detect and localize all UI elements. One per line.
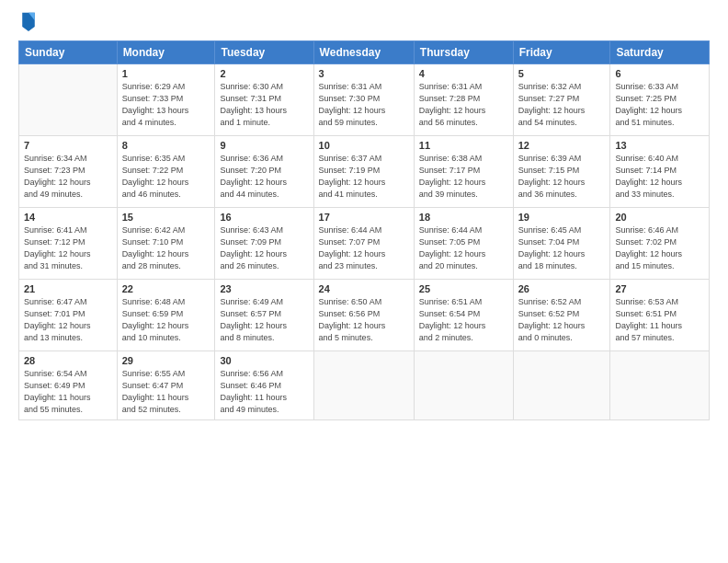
day-cell [19, 64, 118, 136]
day-info: Sunrise: 6:31 AM Sunset: 7:28 PM Dayligh… [419, 81, 508, 129]
day-info: Sunrise: 6:33 AM Sunset: 7:25 PM Dayligh… [615, 81, 704, 129]
day-info: Sunrise: 6:37 AM Sunset: 7:19 PM Dayligh… [319, 153, 409, 201]
calendar-page: SundayMondayTuesdayWednesdayThursdayFrid… [0, 0, 728, 563]
day-number: 14 [24, 212, 112, 223]
day-number: 25 [419, 283, 508, 294]
day-number: 12 [518, 140, 606, 151]
day-cell: 4Sunrise: 6:31 AM Sunset: 7:28 PM Daylig… [414, 64, 513, 136]
day-cell: 30Sunrise: 6:56 AM Sunset: 6:46 PM Dayli… [215, 351, 313, 420]
day-cell: 26Sunrise: 6:52 AM Sunset: 6:52 PM Dayli… [513, 280, 610, 351]
day-info: Sunrise: 6:55 AM Sunset: 6:47 PM Dayligh… [122, 368, 210, 416]
day-cell: 14Sunrise: 6:41 AM Sunset: 7:12 PM Dayli… [19, 208, 118, 280]
day-number: 28 [24, 355, 112, 366]
day-cell: 17Sunrise: 6:44 AM Sunset: 7:07 PM Dayli… [313, 208, 414, 280]
day-number: 3 [319, 68, 409, 79]
day-info: Sunrise: 6:44 AM Sunset: 7:07 PM Dayligh… [319, 224, 409, 272]
day-cell: 12Sunrise: 6:39 AM Sunset: 7:15 PM Dayli… [513, 136, 610, 208]
col-header-friday: Friday [513, 41, 610, 64]
day-number: 2 [220, 68, 308, 79]
day-cell [610, 351, 710, 420]
logo-icon [20, 11, 37, 31]
day-cell: 18Sunrise: 6:44 AM Sunset: 7:05 PM Dayli… [414, 208, 513, 280]
day-cell: 20Sunrise: 6:46 AM Sunset: 7:02 PM Dayli… [610, 208, 710, 280]
day-number: 9 [220, 140, 308, 151]
day-info: Sunrise: 6:32 AM Sunset: 7:27 PM Dayligh… [518, 81, 606, 129]
day-info: Sunrise: 6:49 AM Sunset: 6:57 PM Dayligh… [220, 296, 308, 344]
day-info: Sunrise: 6:50 AM Sunset: 6:56 PM Dayligh… [319, 296, 409, 344]
day-number: 16 [220, 212, 308, 223]
day-number: 8 [122, 140, 210, 151]
day-info: Sunrise: 6:42 AM Sunset: 7:10 PM Dayligh… [122, 224, 210, 272]
day-cell [414, 351, 513, 420]
day-info: Sunrise: 6:48 AM Sunset: 6:59 PM Dayligh… [122, 296, 210, 344]
day-number: 21 [24, 283, 112, 294]
col-header-saturday: Saturday [610, 41, 710, 64]
day-number: 13 [615, 140, 704, 151]
day-cell: 10Sunrise: 6:37 AM Sunset: 7:19 PM Dayli… [313, 136, 414, 208]
day-cell: 28Sunrise: 6:54 AM Sunset: 6:49 PM Dayli… [19, 351, 118, 420]
day-number: 20 [615, 212, 704, 223]
col-header-thursday: Thursday [414, 41, 513, 64]
day-number: 27 [615, 283, 704, 294]
day-number: 29 [122, 355, 210, 366]
day-number: 5 [518, 68, 606, 79]
day-info: Sunrise: 6:39 AM Sunset: 7:15 PM Dayligh… [518, 153, 606, 201]
day-info: Sunrise: 6:41 AM Sunset: 7:12 PM Dayligh… [24, 224, 112, 272]
day-info: Sunrise: 6:35 AM Sunset: 7:22 PM Dayligh… [122, 153, 210, 201]
day-info: Sunrise: 6:31 AM Sunset: 7:30 PM Dayligh… [319, 81, 409, 129]
day-number: 4 [419, 68, 508, 79]
day-number: 7 [24, 140, 112, 151]
day-cell: 7Sunrise: 6:34 AM Sunset: 7:23 PM Daylig… [19, 136, 118, 208]
day-cell: 15Sunrise: 6:42 AM Sunset: 7:10 PM Dayli… [117, 208, 215, 280]
day-cell [313, 351, 414, 420]
day-cell: 13Sunrise: 6:40 AM Sunset: 7:14 PM Dayli… [610, 136, 710, 208]
day-number: 18 [419, 212, 508, 223]
day-info: Sunrise: 6:44 AM Sunset: 7:05 PM Dayligh… [419, 224, 508, 272]
day-cell: 16Sunrise: 6:43 AM Sunset: 7:09 PM Dayli… [215, 208, 313, 280]
day-number: 15 [122, 212, 210, 223]
day-cell: 23Sunrise: 6:49 AM Sunset: 6:57 PM Dayli… [215, 280, 313, 351]
header [18, 15, 710, 31]
day-info: Sunrise: 6:47 AM Sunset: 7:01 PM Dayligh… [24, 296, 112, 344]
logo [18, 15, 37, 31]
day-info: Sunrise: 6:38 AM Sunset: 7:17 PM Dayligh… [419, 153, 508, 201]
day-number: 23 [220, 283, 308, 294]
day-info: Sunrise: 6:30 AM Sunset: 7:31 PM Dayligh… [220, 81, 308, 129]
day-cell: 22Sunrise: 6:48 AM Sunset: 6:59 PM Dayli… [117, 280, 215, 351]
col-header-tuesday: Tuesday [215, 41, 313, 64]
day-number: 10 [319, 140, 409, 151]
day-cell: 1Sunrise: 6:29 AM Sunset: 7:33 PM Daylig… [117, 64, 215, 136]
day-cell [513, 351, 610, 420]
day-number: 11 [419, 140, 508, 151]
week-row-5: 28Sunrise: 6:54 AM Sunset: 6:49 PM Dayli… [19, 351, 710, 420]
day-info: Sunrise: 6:46 AM Sunset: 7:02 PM Dayligh… [615, 224, 704, 272]
day-info: Sunrise: 6:54 AM Sunset: 6:49 PM Dayligh… [24, 368, 112, 416]
col-header-wednesday: Wednesday [313, 41, 414, 64]
day-number: 6 [615, 68, 704, 79]
day-cell: 2Sunrise: 6:30 AM Sunset: 7:31 PM Daylig… [215, 64, 313, 136]
day-number: 24 [319, 283, 409, 294]
day-number: 17 [319, 212, 409, 223]
week-row-2: 7Sunrise: 6:34 AM Sunset: 7:23 PM Daylig… [19, 136, 710, 208]
col-header-monday: Monday [117, 41, 215, 64]
day-cell: 25Sunrise: 6:51 AM Sunset: 6:54 PM Dayli… [414, 280, 513, 351]
calendar-table: SundayMondayTuesdayWednesdayThursdayFrid… [18, 40, 710, 420]
day-info: Sunrise: 6:52 AM Sunset: 6:52 PM Dayligh… [518, 296, 606, 344]
day-info: Sunrise: 6:36 AM Sunset: 7:20 PM Dayligh… [220, 153, 308, 201]
day-number: 30 [220, 355, 308, 366]
header-row: SundayMondayTuesdayWednesdayThursdayFrid… [19, 41, 710, 64]
day-cell: 21Sunrise: 6:47 AM Sunset: 7:01 PM Dayli… [19, 280, 118, 351]
day-info: Sunrise: 6:56 AM Sunset: 6:46 PM Dayligh… [220, 368, 308, 416]
day-cell: 24Sunrise: 6:50 AM Sunset: 6:56 PM Dayli… [313, 280, 414, 351]
day-cell: 9Sunrise: 6:36 AM Sunset: 7:20 PM Daylig… [215, 136, 313, 208]
week-row-3: 14Sunrise: 6:41 AM Sunset: 7:12 PM Dayli… [19, 208, 710, 280]
col-header-sunday: Sunday [19, 41, 118, 64]
week-row-4: 21Sunrise: 6:47 AM Sunset: 7:01 PM Dayli… [19, 280, 710, 351]
week-row-1: 1Sunrise: 6:29 AM Sunset: 7:33 PM Daylig… [19, 64, 710, 136]
day-info: Sunrise: 6:40 AM Sunset: 7:14 PM Dayligh… [615, 153, 704, 201]
day-number: 26 [518, 283, 606, 294]
day-cell: 11Sunrise: 6:38 AM Sunset: 7:17 PM Dayli… [414, 136, 513, 208]
day-info: Sunrise: 6:43 AM Sunset: 7:09 PM Dayligh… [220, 224, 308, 272]
day-number: 22 [122, 283, 210, 294]
day-cell: 29Sunrise: 6:55 AM Sunset: 6:47 PM Dayli… [117, 351, 215, 420]
